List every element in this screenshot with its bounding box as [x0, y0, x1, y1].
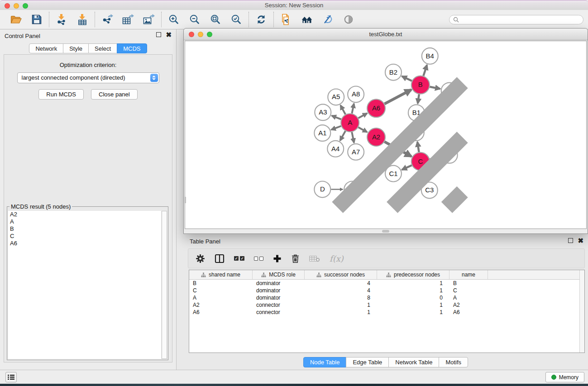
table-cell[interactable]: A2 — [449, 302, 488, 308]
delete-table-icon[interactable] — [309, 253, 320, 264]
unselect-all-columns-icon[interactable] — [254, 253, 263, 264]
mcds-result-item[interactable]: A6 — [8, 240, 161, 247]
result-scrollbar[interactable] — [162, 211, 167, 359]
table-cell[interactable]: B — [189, 280, 253, 286]
function-builder-icon[interactable]: f(x) — [330, 253, 344, 264]
memory-button[interactable]: Memory — [545, 372, 584, 382]
maximize-window-button[interactable] — [23, 3, 28, 9]
table-cell[interactable]: A6 — [449, 309, 488, 315]
table-cell[interactable]: A — [189, 295, 253, 301]
table-row[interactable]: Bdominator41B — [189, 280, 584, 287]
clone-network-icon[interactable] — [280, 14, 292, 25]
table-cell[interactable]: A2 — [189, 302, 253, 308]
node-table: shared nameMCDS rolesuccessor nodesprede… — [189, 270, 585, 353]
table-cell[interactable]: dominator — [253, 287, 305, 294]
table-cell[interactable]: dominator — [253, 280, 305, 286]
mcds-result-item[interactable]: B — [8, 225, 161, 233]
table-cell[interactable]: C — [449, 287, 488, 294]
show-columns-icon[interactable] — [215, 253, 225, 264]
table-row[interactable]: Adominator80A — [189, 294, 584, 301]
table-panel-title: Table Panel — [190, 238, 220, 245]
settings-gear-icon[interactable] — [196, 253, 205, 264]
criterion-select[interactable]: largest connected component (directed) — [17, 72, 159, 83]
table-cell[interactable]: 4 — [305, 280, 377, 286]
search-field[interactable] — [449, 15, 583, 24]
tab-select[interactable]: Select — [88, 43, 117, 53]
mcds-result-item[interactable]: C — [8, 233, 161, 240]
column-header-MCDS-role[interactable]: MCDS role — [253, 270, 305, 279]
table-cell[interactable]: 1 — [377, 287, 449, 294]
table-cell[interactable]: 1 — [377, 302, 449, 308]
hide-graphics-details-icon[interactable] — [322, 14, 334, 25]
table-row[interactable]: A2connector11A2 — [189, 301, 584, 309]
save-session-icon[interactable] — [31, 14, 43, 25]
resize-grip-icon[interactable] — [184, 36, 585, 223]
table-cell[interactable]: 4 — [305, 287, 377, 294]
show-graphics-details-icon[interactable] — [343, 14, 354, 25]
network-vscroll-thumb[interactable] — [184, 197, 186, 203]
table-cell[interactable]: 1 — [305, 302, 377, 308]
table-cell[interactable]: C — [189, 287, 253, 294]
import-network-icon[interactable] — [56, 14, 67, 25]
table-cell[interactable]: 1 — [377, 280, 449, 286]
table-panel-tabs: Node TableEdge TableNetwork TableMotifs — [183, 357, 588, 367]
table-cell[interactable]: 1 — [305, 309, 377, 315]
column-header-name[interactable]: name — [449, 270, 488, 279]
table-cell[interactable]: B — [449, 280, 488, 286]
export-network-icon[interactable] — [101, 14, 113, 25]
table-cell[interactable]: A6 — [189, 309, 253, 315]
table-cell[interactable]: 8 — [305, 295, 377, 301]
tab-style[interactable]: Style — [63, 43, 89, 53]
network-hscrollbar[interactable] — [185, 229, 587, 233]
close-window-button[interactable] — [5, 3, 10, 9]
mcds-result-item[interactable]: A2 — [8, 211, 161, 218]
column-header-shared-name[interactable]: shared name — [189, 270, 253, 279]
table-cell[interactable]: dominator — [253, 295, 305, 301]
select-stepper-icon — [150, 74, 158, 82]
shared-column-icon — [386, 272, 391, 277]
tab-motifs[interactable]: Motifs — [439, 357, 468, 367]
close-panel-icon[interactable]: ✖ — [166, 32, 172, 37]
mcds-result-item[interactable]: A — [8, 218, 161, 225]
table-scrollbar[interactable] — [579, 270, 584, 353]
table-cell[interactable]: 0 — [377, 295, 449, 301]
export-table-icon[interactable] — [122, 14, 134, 25]
mcds-result-list[interactable]: A2ABCA6 — [8, 211, 161, 359]
search-input[interactable] — [461, 16, 579, 23]
table-row[interactable]: Cdominator41C — [189, 287, 584, 294]
tab-mcds[interactable]: MCDS — [117, 43, 147, 53]
select-all-columns-icon[interactable]: ✓✓ — [234, 253, 244, 264]
minimize-window-button[interactable] — [14, 3, 19, 9]
tab-node-table[interactable]: Node Table — [303, 357, 347, 367]
float-table-panel-icon[interactable] — [568, 238, 573, 243]
table-cell[interactable]: A — [449, 295, 488, 301]
export-image-icon[interactable] — [143, 14, 155, 25]
task-history-button[interactable] — [5, 372, 17, 382]
refresh-layout-icon[interactable] — [255, 14, 267, 25]
import-table-icon[interactable] — [76, 14, 88, 25]
zoom-in-icon[interactable] — [168, 14, 180, 25]
network-canvas[interactable]: AA1A2A3A4A5A6A7A8BB1B2B3B4CC1C2C3C4DD1 — [185, 41, 587, 229]
close-table-panel-icon[interactable]: ✖ — [578, 238, 583, 243]
tab-network[interactable]: Network — [29, 43, 63, 53]
table-cell[interactable]: connector — [253, 302, 305, 308]
delete-column-icon[interactable] — [291, 253, 300, 264]
tab-edge-table[interactable]: Edge Table — [346, 357, 389, 367]
add-column-icon[interactable] — [273, 253, 282, 264]
zoom-fit-icon[interactable] — [210, 14, 221, 25]
table-cell[interactable]: connector — [253, 309, 305, 315]
column-header-predecessor-nodes[interactable]: predecessor nodes — [377, 270, 449, 279]
float-panel-icon[interactable] — [156, 32, 161, 37]
zoom-out-icon[interactable] — [189, 14, 201, 25]
run-mcds-button[interactable]: Run MCDS — [38, 89, 84, 100]
zoom-selected-icon[interactable] — [230, 14, 242, 25]
table-row[interactable]: A6connector11A6 — [189, 309, 584, 316]
table-cell[interactable]: 1 — [377, 309, 449, 315]
tab-network-table[interactable]: Network Table — [388, 357, 439, 367]
open-session-icon[interactable] — [10, 14, 22, 25]
desktop-background — [0, 384, 588, 386]
network-hscroll-thumb[interactable] — [382, 230, 389, 233]
home-icon[interactable] — [301, 14, 313, 25]
close-panel-button[interactable]: Close panel — [91, 89, 138, 100]
column-header-successor-nodes[interactable]: successor nodes — [305, 270, 377, 279]
